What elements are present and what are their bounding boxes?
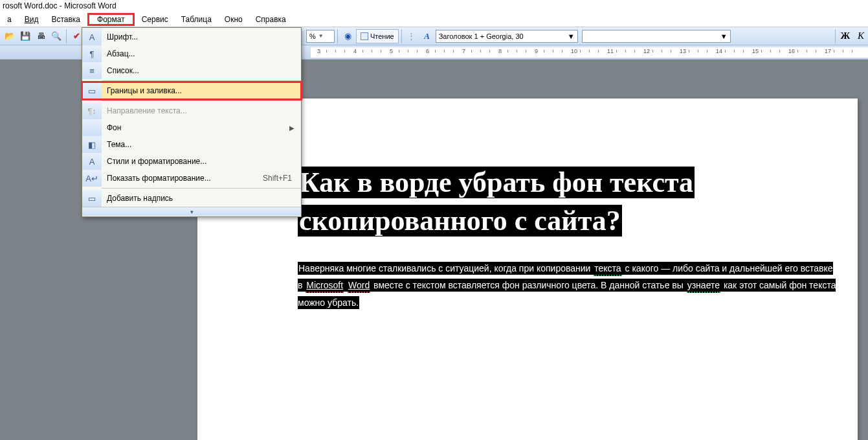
menu-item-стили-и-форматирование-[interactable]: AСтили и форматирование...	[82, 153, 301, 170]
ruler-number: 10	[571, 48, 577, 54]
bold-button[interactable]: Ж	[838, 29, 852, 43]
menu-item-шрифт-[interactable]: AШрифт...	[82, 29, 301, 45]
menu-window[interactable]: Окно	[219, 14, 249, 25]
menu-item-label: Абзац...	[102, 49, 295, 58]
grip-icon[interactable]: ⋮	[405, 29, 419, 43]
menu-view[interactable]: Вид	[19, 14, 45, 25]
ruler-number: 6	[426, 48, 429, 54]
menu-item-icon: ≡	[82, 62, 102, 79]
menu-table[interactable]: Таблица	[175, 14, 217, 25]
separator	[66, 29, 67, 43]
ruler-number: 5	[390, 48, 393, 54]
ruler-number: 7	[462, 48, 465, 54]
document-heading[interactable]: Как в ворде убрать фон текста скопирован…	[298, 167, 695, 237]
titlebar: rosoft Word.doc - Microsoft Word	[0, 0, 868, 12]
help-icon[interactable]: ◉	[340, 29, 355, 43]
menu-item-границы-и-заливка-[interactable]: ▭Границы и заливка...	[82, 82, 301, 99]
menu-item-icon: ◧	[82, 136, 102, 153]
menu-item-shortcut: Shift+F1	[263, 174, 295, 183]
menu-item-тема-[interactable]: ◧Тема...	[82, 136, 301, 153]
submenu-arrow-icon: ▶	[289, 124, 295, 132]
style-letter-icon[interactable]: A	[420, 29, 434, 43]
layout-icon	[361, 32, 368, 40]
open-icon[interactable]: 📂	[3, 29, 17, 43]
menu-separator	[102, 80, 301, 81]
menu-item-icon	[82, 119, 102, 136]
menu-file[interactable]: а	[1, 14, 17, 25]
menu-item-label: Шрифт...	[102, 32, 295, 41]
menu-separator	[102, 188, 301, 189]
preview-icon[interactable]: 🔍	[49, 29, 63, 43]
menu-help[interactable]: Справка	[250, 14, 292, 25]
menu-item-направление-текста-: ¶↕Направление текста...	[82, 102, 301, 119]
print-icon[interactable]: 🖶	[34, 29, 48, 43]
ruler-number: 14	[716, 48, 722, 54]
style-value: Заголовок 1 + Georgia, 30	[439, 32, 524, 40]
menu-item-icon: ▭	[82, 190, 102, 207]
ruler-number: 15	[752, 48, 759, 54]
menu-item-label: Список...	[102, 66, 295, 75]
menu-item-список-[interactable]: ≡Список...	[82, 62, 301, 79]
document-body[interactable]: Наверняка многие сталкивались с ситуацие…	[298, 260, 838, 312]
menu-item-label: Добавить надпись	[102, 194, 295, 203]
ruler-number: 12	[643, 48, 650, 54]
window-title: rosoft Word.doc - Microsoft Word	[3, 1, 117, 10]
menu-separator	[102, 100, 301, 101]
menu-expand-icon[interactable]: ▾	[82, 207, 301, 216]
menu-item-фон[interactable]: Фон▶	[82, 119, 301, 136]
ruler-number: 17	[825, 48, 831, 54]
ruler-number: 3	[317, 48, 320, 54]
menu-item-icon: A	[82, 29, 102, 45]
ruler[interactable]: 34567891011121314151617	[311, 47, 868, 58]
save-icon[interactable]: 💾	[18, 29, 32, 43]
menu-item-label: Показать форматирование...	[102, 174, 263, 183]
ruler-number: 16	[788, 48, 795, 54]
format-dropdown: AШрифт...¶Абзац...≡Список...▭Границы и з…	[82, 27, 302, 217]
ruler-number: 4	[353, 48, 357, 54]
separator	[835, 29, 836, 43]
separator	[401, 29, 402, 43]
menu-item-label: Стили и форматирование...	[102, 157, 295, 166]
separator	[337, 29, 338, 43]
italic-button[interactable]: К	[854, 29, 868, 43]
ruler-number: 11	[607, 48, 614, 54]
menu-service[interactable]: Сервис	[136, 14, 174, 25]
menu-item-показать-форматирование-[interactable]: A↵Показать форматирование...Shift+F1	[82, 170, 301, 187]
menu-item-icon: ¶	[82, 45, 102, 62]
reading-label: Чтение	[370, 32, 394, 40]
menu-item-icon: A↵	[82, 170, 102, 187]
font-select[interactable]: ▼	[582, 30, 731, 43]
menu-item-абзац-[interactable]: ¶Абзац...	[82, 45, 301, 62]
menu-item-icon: A	[82, 153, 102, 170]
style-select[interactable]: Заголовок 1 + Georgia, 30 ▼	[436, 30, 578, 43]
menu-item-icon: ▭	[82, 82, 102, 99]
menubar: а Вид Вставка Формат Сервис Таблица Окно…	[0, 12, 868, 27]
menu-item-icon: ¶↕	[82, 102, 102, 119]
document-heading-wrap: Как в ворде убрать фон текста скопирован…	[298, 163, 764, 240]
menu-format[interactable]: Формат	[87, 13, 135, 26]
menu-item-label: Границы и заливка...	[102, 86, 295, 95]
ruler-number: 13	[680, 48, 686, 54]
menu-item-label: Фон	[102, 123, 289, 132]
ruler-number: 8	[498, 48, 502, 54]
menu-item-label: Направление текста...	[102, 106, 295, 115]
ruler-number: 9	[535, 48, 538, 54]
menu-item-добавить-надпись[interactable]: ▭Добавить надпись	[82, 190, 301, 207]
reading-mode-button[interactable]: Чтение	[356, 29, 399, 43]
menu-item-label: Тема...	[102, 140, 295, 149]
menu-insert[interactable]: Вставка	[45, 14, 86, 25]
zoom-select[interactable]: %▼	[306, 30, 335, 43]
